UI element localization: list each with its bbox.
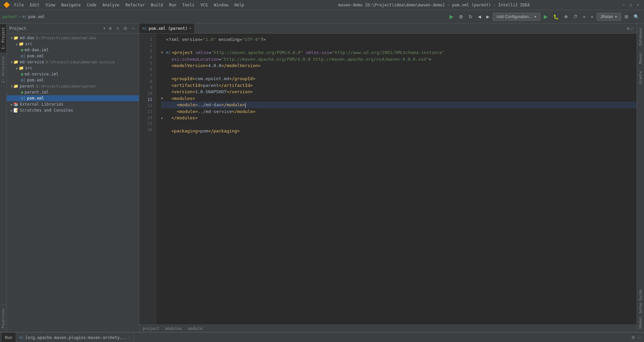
breadcrumb-module[interactable]: module xyxy=(188,326,203,331)
tree-item-pom-service[interactable]: m| pom.xml xyxy=(7,77,139,83)
line-num-9: 9 xyxy=(139,84,152,91)
code-line-4: xsi:schemaLocation="http://maven.apache.… xyxy=(161,56,637,63)
tree-item-pom-dao[interactable]: m| pom.xml xyxy=(7,53,139,59)
breadcrumb-parent[interactable]: parent xyxy=(3,14,17,19)
breadcrumb-modules[interactable]: modules xyxy=(165,326,182,331)
settings-toolbar-button[interactable]: ⚙ xyxy=(457,13,465,21)
tab-label: pom.xml (parent) xyxy=(149,26,187,31)
tree-item-md-dao-iml[interactable]: ◼ md-dao.iml xyxy=(7,47,139,53)
editor-breadcrumb: project › modules › module xyxy=(139,325,637,332)
close-button[interactable]: ✕ xyxy=(635,2,641,8)
menu-window[interactable]: Window xyxy=(211,2,231,8)
tree-item-scratches[interactable]: ▶ 📝 Scratches and Consoles xyxy=(7,107,139,113)
run-process-tab[interactable]: m| [org.apache.maven.plugins:maven-arche… xyxy=(16,333,134,342)
code-line-3: ▼ m| <project xmlns="http://maven.apache… xyxy=(161,49,637,56)
menu-build[interactable]: Build xyxy=(148,2,166,8)
fold-3[interactable]: ▼ xyxy=(161,50,165,55)
run-button[interactable]: ▶ xyxy=(542,12,550,21)
minimize-button[interactable]: ─ xyxy=(621,2,627,8)
tree-item-pom-parent[interactable]: m| pom.xml xyxy=(7,95,139,101)
src-service-expand-arrow[interactable]: ▶ xyxy=(16,66,18,70)
code-content[interactable]: <?xml version="1.0" encoding="UTF-8"?> ▼… xyxy=(156,34,637,325)
menu-refactor[interactable]: Refactor xyxy=(123,2,148,8)
tree-item-src-service[interactable]: ▶ 📁 src xyxy=(7,65,139,71)
right-tab-gradle[interactable]: Gradle xyxy=(638,68,643,87)
breadcrumb-sep-2: › xyxy=(184,326,186,331)
right-tab-jrebel-setup[interactable]: JRebel Setup Guide xyxy=(638,287,643,332)
coverage-button[interactable]: ⊕ xyxy=(562,13,570,20)
tab-close-button[interactable]: ✕ xyxy=(189,26,192,31)
project-panel-title-arrow[interactable]: ▼ xyxy=(103,26,105,30)
favorites-tab[interactable]: Favorites xyxy=(0,305,6,332)
menu-analyze[interactable]: Analyze xyxy=(100,2,122,8)
code-line-14 xyxy=(161,121,637,128)
md-dao-expand-arrow[interactable]: ▼ xyxy=(11,36,13,40)
breadcrumb-project[interactable]: project xyxy=(143,326,160,331)
menu-tools[interactable]: Tools xyxy=(180,2,197,8)
menu-edit[interactable]: Edit xyxy=(27,2,42,8)
tree-item-md-dao[interactable]: ▼ 📁 md-dao D:\Project\idea\demo\md-dao xyxy=(7,35,139,41)
bookmark-next-button[interactable]: » xyxy=(589,13,595,20)
run-indicator-button[interactable]: ▶ xyxy=(447,12,455,21)
run-process-close[interactable]: ✕ xyxy=(128,336,130,339)
menu-bar: File Edit View Navigate Code Analyze Ref… xyxy=(11,2,247,8)
md-dao-label: md-dao xyxy=(20,36,34,40)
right-tab-maven[interactable]: Maven xyxy=(638,50,643,66)
line12-content: <module>../md-service</module> xyxy=(177,108,256,115)
jrebel-button[interactable]: JRebel ▼ xyxy=(597,13,621,21)
menu-navigate[interactable]: Navigate xyxy=(59,2,84,8)
editor-settings-icon[interactable]: ⚙ xyxy=(627,26,630,31)
editor-tab-pom-parent[interactable]: m| pom.xml (parent) ✕ xyxy=(139,23,195,33)
menu-code[interactable]: Code xyxy=(84,2,99,8)
bookmark-prev-button[interactable]: « xyxy=(581,13,587,20)
bottom-hide-button[interactable]: ─ xyxy=(637,334,642,341)
tree-item-parent-iml[interactable]: ◼ parent.iml xyxy=(7,89,139,95)
hide-panel-button[interactable]: ─ xyxy=(130,25,136,32)
tree-item-parent[interactable]: ▼ 📁 parent D:\Project\idea\demo\parent xyxy=(7,83,139,89)
maximize-button[interactable]: □ xyxy=(628,2,634,8)
line9-content: <version>1.0-SNAPSHOT</version> xyxy=(171,89,253,95)
breadcrumb-file[interactable]: pom.xml xyxy=(28,14,45,19)
main-area: 1: Project 2: Structure Favorites Projec… xyxy=(0,23,644,332)
menu-file[interactable]: File xyxy=(11,2,26,8)
tree-item-md-service[interactable]: ▼ 📁 md-service D:\Project\idea\demo\md-s… xyxy=(7,59,139,65)
src-service-icon: 📁 xyxy=(19,66,24,70)
refresh-button[interactable]: ↻ xyxy=(467,13,475,21)
ext-libs-expand-arrow[interactable]: ▶ xyxy=(11,103,13,106)
add-configuration-button[interactable]: Add Configuration... ▼ xyxy=(493,13,540,21)
scratches-expand-arrow[interactable]: ▶ xyxy=(11,109,13,112)
project-tab[interactable]: 1: Project xyxy=(0,23,6,53)
forward-button[interactable]: ▶ xyxy=(484,13,491,20)
locate-file-button[interactable]: ⊕ xyxy=(107,25,113,32)
profiler-button[interactable]: ⏱ xyxy=(571,13,580,20)
tree-item-src-dao[interactable]: ▶ 📁 src xyxy=(7,41,139,47)
md-service-expand-arrow[interactable]: ▼ xyxy=(11,60,13,64)
menu-vcs[interactable]: VCS xyxy=(198,2,211,8)
back-button[interactable]: ◀ xyxy=(476,13,483,20)
run-tab[interactable]: Run xyxy=(2,333,16,342)
settings-panel-button[interactable]: ⚙ xyxy=(122,25,129,32)
fold-13[interactable]: ▲ xyxy=(161,116,165,120)
fold-10[interactable]: ▼ xyxy=(161,96,165,101)
search-everywhere-button[interactable]: 🔍 xyxy=(632,13,641,21)
pom-parent-label: pom.xml xyxy=(27,96,44,101)
right-tab-database[interactable]: Database xyxy=(638,25,643,48)
run-process-icon: m| xyxy=(19,335,24,340)
collapse-all-button[interactable]: ≡ xyxy=(115,25,120,32)
tree-item-md-service-iml[interactable]: ◼ md-service.iml xyxy=(7,71,139,77)
tree-item-external-libs[interactable]: ▶ 📚 External Libraries xyxy=(7,101,139,107)
md-dao-iml-icon: ◼ xyxy=(21,48,23,52)
menu-help[interactable]: Help xyxy=(232,2,247,8)
bottom-settings-button[interactable]: ⚙ xyxy=(630,334,637,341)
src-dao-expand-arrow[interactable]: ▶ xyxy=(16,42,18,46)
parent-iml-label: parent.iml xyxy=(24,90,49,95)
parent-expand-arrow[interactable]: ▼ xyxy=(11,84,13,88)
menu-run[interactable]: Run xyxy=(166,2,179,8)
line5-content: <modelVersion>4.0.0</modelVersion> xyxy=(171,62,261,69)
debug-button[interactable]: 🐛 xyxy=(551,13,561,21)
line-num-6: 6 xyxy=(139,66,152,72)
breadcrumb: parent › m| pom.xml xyxy=(3,14,45,19)
structure-button[interactable]: ⊞ xyxy=(623,13,630,20)
structure-tab[interactable]: 2: Structure xyxy=(0,53,6,86)
menu-view[interactable]: View xyxy=(43,2,58,8)
